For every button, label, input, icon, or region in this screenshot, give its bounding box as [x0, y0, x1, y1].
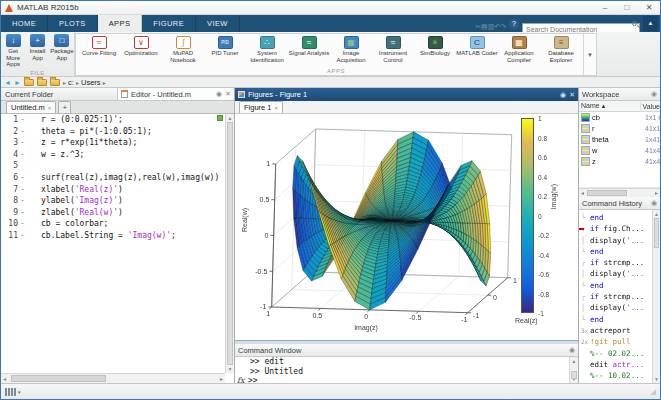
app-optimization[interactable]: ∨Optimization — [120, 36, 162, 63]
app-image-acquisition[interactable]: ▦Image Acquisition — [330, 36, 372, 63]
panel-menu-icon[interactable]: ◉ — [216, 90, 222, 98]
panel-close-icon[interactable]: ✕ — [225, 90, 231, 98]
details-toggle-icon[interactable] — [5, 388, 16, 396]
scroll-left-icon[interactable]: ◄ — [2, 376, 7, 382]
app-instrument-control[interactable]: ≈Instrument Control — [372, 36, 414, 63]
gallery-dropdown-icon[interactable]: ▼ — [583, 34, 596, 75]
workspace-row[interactable]: r41x1 d — [579, 123, 660, 134]
execution-gutter[interactable] — [18, 160, 27, 172]
resize-grip-icon[interactable]: ◢ — [651, 388, 656, 396]
panel-menu-icon[interactable]: ◉ — [651, 90, 657, 98]
figures-panel-header[interactable]: Figures - Figure 1 ◉ ✕ — [235, 88, 578, 101]
button-get-more-apps[interactable]: ↓Get MoreApps — [2, 34, 25, 68]
code-editor[interactable]: 1-r = (0:0.025:1)';2-theta = pi*(-1:0.05… — [1, 114, 225, 373]
history-item[interactable]: │display('... — [579, 302, 652, 313]
ribbon-tab-view[interactable]: VIEW — [196, 15, 240, 32]
app-system-identification[interactable]: ∴System Identification — [246, 36, 288, 63]
new-tab-button[interactable]: + — [58, 101, 71, 113]
execution-gutter[interactable]: - — [18, 218, 27, 230]
minimize-icon[interactable]: – — [594, 1, 616, 14]
history-item[interactable]: │display('... — [579, 235, 652, 246]
execution-gutter[interactable]: - — [18, 126, 27, 138]
workspace-row[interactable]: w41x41 — [579, 145, 660, 156]
workspace-header[interactable]: Workspace ◉ — [579, 88, 660, 101]
folder-browse-icon[interactable] — [37, 79, 47, 86]
scroll-left-icon[interactable]: ◄ — [580, 190, 585, 196]
history-scrollbar[interactable]: ▲ ▼ — [652, 210, 660, 383]
app-signal-analysis[interactable]: ≈Signal Analysis — [288, 36, 330, 63]
redo-icon[interactable]: ↷ — [500, 23, 506, 30]
help-icon[interactable]: ? — [509, 19, 519, 29]
history-item[interactable]: 2x!git pull — [579, 336, 652, 347]
breadcrumb-segment[interactable]: Users — [79, 78, 103, 87]
app-simbiology[interactable]: ✳SimBiology — [414, 36, 456, 63]
history-item[interactable]: └end — [579, 280, 652, 291]
workspace-horizontal-scrollbar[interactable]: ◄ ► — [579, 188, 660, 197]
app-curve-fitting[interactable]: ≈Curve Fitting — [78, 36, 120, 63]
history-item[interactable]: %-- 02.02... — [579, 348, 652, 359]
copy-icon[interactable]: ▤ — [481, 23, 488, 30]
tab-close-icon[interactable]: × — [275, 102, 279, 114]
history-item[interactable]: edit actr... — [579, 359, 652, 370]
app-pid-tuner[interactable]: PIDPID Tuner — [204, 36, 246, 63]
scroll-right-icon[interactable]: ► — [654, 190, 659, 196]
ribbon-tab-home[interactable]: HOME — [1, 15, 48, 32]
execution-gutter[interactable]: - — [18, 172, 27, 184]
tab-close-icon[interactable]: × — [48, 102, 52, 114]
history-item[interactable]: └end — [579, 314, 652, 325]
execution-gutter[interactable]: - — [18, 114, 27, 126]
scroll-thumb[interactable] — [11, 375, 106, 382]
panel-close-icon[interactable]: ✕ — [569, 91, 575, 99]
command-window[interactable]: >> edit>> Untitled fx >> — [235, 357, 578, 383]
scroll-up-icon[interactable]: ▲ — [570, 358, 578, 364]
app-mupad-notebook[interactable]: ∫MuPAD Notebook — [162, 36, 204, 63]
scroll-thumb[interactable] — [571, 371, 577, 379]
panel-menu-icon[interactable]: ◉ — [569, 346, 575, 354]
app-database-explorer[interactable]: ≡Database Explorer — [540, 36, 582, 63]
scroll-up-icon[interactable]: ▲ — [653, 211, 660, 217]
scroll-up-icon[interactable]: ▲ — [226, 115, 234, 121]
execution-gutter[interactable]: - — [18, 137, 27, 149]
execution-gutter[interactable]: - — [18, 195, 27, 207]
history-item[interactable]: ┌if strcmp... — [579, 257, 652, 268]
scroll-down-icon[interactable]: ▼ — [653, 376, 660, 382]
scroll-right-icon[interactable]: ► — [219, 376, 224, 382]
forward-icon[interactable]: ► — [14, 79, 21, 86]
button-install-app[interactable]: +InstallApp — [26, 34, 49, 68]
execution-gutter[interactable]: - — [18, 149, 27, 161]
back-icon[interactable]: ◄ — [4, 79, 11, 86]
history-item[interactable]: %-- 10.02... — [579, 370, 652, 381]
name-column-header[interactable]: Name ▴ — [579, 102, 641, 110]
code-analyzer-indicator[interactable] — [217, 115, 223, 121]
app-matlab-coder[interactable]: CMATLAB Coder — [456, 36, 498, 63]
ribbon-tab-plots[interactable]: PLOTS — [48, 15, 98, 32]
history-item[interactable]: ┌if strcmp... — [579, 291, 652, 302]
panel-menu-icon[interactable]: ◉ — [651, 199, 657, 207]
scroll-thumb[interactable] — [654, 218, 659, 248]
history-item[interactable]: └end — [579, 246, 652, 257]
current-folder-header[interactable]: Current Folder — [1, 88, 118, 101]
editor-header[interactable]: Editor - Untitled.m ◉ ✕ — [118, 88, 234, 101]
button-package-app[interactable]: □PackageApp — [50, 34, 73, 68]
command-history-header[interactable]: Command History ◉ — [579, 197, 660, 210]
tab-figure-1[interactable]: Figure 1 × — [239, 101, 283, 113]
command-window-header[interactable]: Command Window ◉ — [235, 344, 578, 357]
history-item[interactable]: └end — [579, 212, 652, 223]
workspace-row[interactable]: z41x41 — [579, 156, 660, 167]
scroll-down-icon[interactable]: ▼ — [226, 366, 234, 372]
panel-menu-icon[interactable]: ◉ — [560, 91, 566, 99]
close-icon[interactable]: ✕ — [638, 1, 660, 14]
maximize-icon[interactable]: □ — [616, 1, 638, 14]
scroll-thumb[interactable] — [587, 190, 627, 196]
scroll-thumb[interactable] — [227, 122, 233, 365]
execution-gutter[interactable]: - — [18, 207, 27, 219]
ribbon-tab-figure[interactable]: FIGURE — [142, 15, 196, 32]
editor-vertical-scrollbar[interactable]: ▲ ▼ — [225, 114, 234, 373]
folder-up-icon[interactable] — [24, 79, 34, 86]
app-application-compiler[interactable]: ▦Application Compiler — [498, 36, 540, 63]
workspace-row[interactable]: theta1x41 d — [579, 134, 660, 145]
value-column-header[interactable]: Value — [641, 103, 660, 110]
minimize-ribbon-button[interactable]: ▲ — [643, 16, 658, 31]
ribbon-tab-apps[interactable]: APPS — [98, 15, 143, 32]
command-window-scrollbar[interactable]: ▲ ▼ — [569, 357, 578, 383]
